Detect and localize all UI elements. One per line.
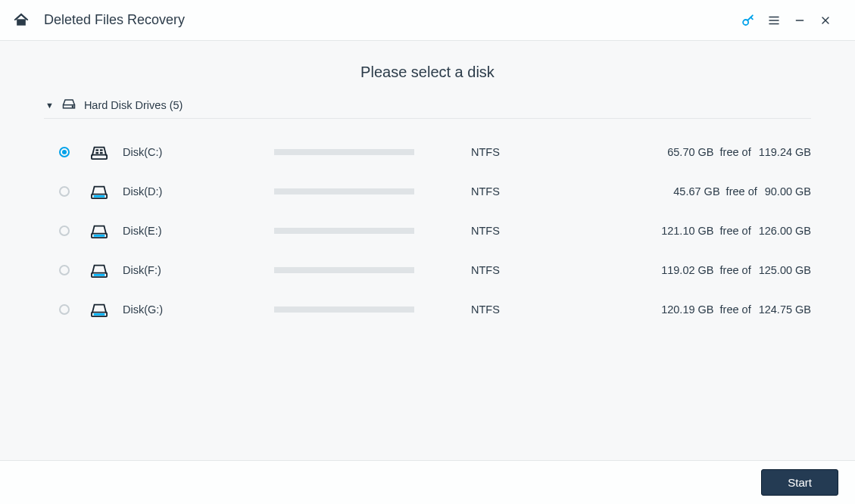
disk-radio[interactable]	[59, 226, 70, 236]
disk-icon	[89, 183, 123, 200]
filesystem-label: NTFS	[471, 303, 607, 316]
disk-icon	[89, 222, 123, 239]
page-title: Deleted Files Recovery	[44, 12, 185, 28]
filesystem-label: NTFS	[471, 225, 607, 237]
svg-point-8	[72, 106, 73, 107]
disk-icon	[89, 262, 123, 278]
free-space-label: 45.67 GB free of90.00 GB	[607, 185, 811, 198]
disk-radio[interactable]	[59, 265, 70, 275]
usage-bar	[274, 267, 414, 273]
svg-rect-10	[95, 149, 98, 151]
group-header[interactable]: ▼ Hard Disk Drives (5)	[44, 95, 811, 119]
svg-rect-11	[100, 149, 103, 151]
svg-rect-12	[95, 152, 98, 154]
home-icon[interactable]	[14, 13, 29, 28]
group-label: Hard Disk Drives (5)	[84, 99, 183, 111]
free-space-label: 119.02 GB free of125.00 GB	[607, 264, 811, 276]
free-space-label: 65.70 GB free of119.24 GB	[607, 146, 811, 158]
svg-rect-21	[94, 313, 105, 316]
disk-radio[interactable]	[59, 186, 70, 197]
svg-rect-9	[92, 155, 107, 160]
chevron-down-icon: ▼	[45, 101, 54, 110]
disk-list: Disk(C:)NTFS65.70 GB free of119.24 GBDis…	[44, 119, 811, 329]
disk-name: Disk(F:)	[123, 264, 274, 276]
select-disk-heading: Please select a disk	[44, 64, 811, 81]
disk-name: Disk(E:)	[123, 225, 274, 237]
disk-radio[interactable]	[59, 147, 70, 157]
filesystem-label: NTFS	[471, 264, 607, 276]
svg-rect-15	[94, 195, 105, 198]
svg-rect-13	[100, 152, 103, 154]
start-button[interactable]: Start	[761, 469, 838, 496]
disk-icon	[89, 301, 123, 318]
free-space-label: 121.10 GB free of126.00 GB	[607, 225, 811, 237]
disk-row[interactable]: Disk(F:)NTFS119.02 GB free of125.00 GB	[44, 250, 811, 290]
disk-row[interactable]: Disk(E:)NTFS121.10 GB free of126.00 GB	[44, 211, 811, 250]
footer-bar: Start	[0, 460, 855, 504]
close-icon[interactable]	[813, 0, 838, 41]
disk-row[interactable]: Disk(D:)NTFS45.67 GB free of90.00 GB	[44, 172, 811, 211]
content-area: Please select a disk ▼ Hard Disk Drives …	[0, 41, 855, 460]
free-space-label: 120.19 GB free of124.75 GB	[607, 303, 811, 316]
disk-icon	[89, 144, 123, 160]
usage-bar	[274, 228, 414, 234]
filesystem-label: NTFS	[471, 185, 607, 198]
disk-row[interactable]: Disk(C:)NTFS65.70 GB free of119.24 GB	[44, 132, 811, 172]
disk-name: Disk(G:)	[123, 303, 274, 316]
key-icon[interactable]	[735, 0, 761, 41]
usage-bar	[274, 149, 414, 155]
disk-name: Disk(D:)	[123, 185, 274, 198]
disk-name: Disk(C:)	[123, 146, 274, 158]
svg-rect-19	[94, 274, 105, 276]
usage-bar	[274, 306, 414, 313]
disk-row[interactable]: Disk(G:)NTFS120.19 GB free of124.75 GB	[44, 290, 811, 329]
hdd-icon	[61, 98, 76, 112]
titlebar: Deleted Files Recovery	[0, 0, 855, 41]
usage-bar	[274, 188, 414, 194]
svg-rect-17	[94, 235, 105, 237]
menu-icon[interactable]	[761, 0, 787, 41]
disk-radio[interactable]	[59, 304, 70, 315]
filesystem-label: NTFS	[471, 146, 607, 158]
minimize-icon[interactable]	[787, 0, 813, 41]
